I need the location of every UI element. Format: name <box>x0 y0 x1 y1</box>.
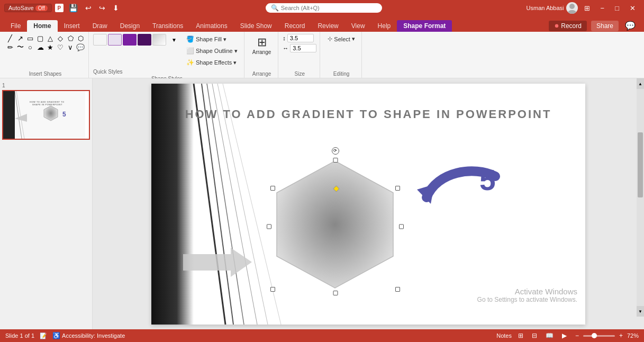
rotate-handle[interactable]: ⟳ <box>332 147 339 155</box>
undo-button[interactable]: ↩ <box>83 3 94 13</box>
shape-hex[interactable]: ⬡ <box>76 34 85 42</box>
shape-effects-button[interactable]: ✨ Shape Effects ▾ <box>183 57 241 68</box>
tab-insert[interactable]: Insert <box>58 20 86 32</box>
tab-animations[interactable]: Animations <box>189 20 233 32</box>
select-button[interactable]: ⊹ Select ▾ <box>324 34 358 44</box>
shape-heart[interactable]: ♡ <box>56 43 65 51</box>
arrange-button[interactable]: ⊞ Arrange <box>249 34 275 58</box>
zoom-slider[interactable] <box>583 335 615 337</box>
style-3[interactable] <box>123 34 137 46</box>
shape-star5[interactable]: ★ <box>46 43 55 51</box>
tab-design[interactable]: Design <box>114 20 146 32</box>
tab-help[interactable]: Help <box>371 20 397 32</box>
tab-home[interactable]: Home <box>27 20 57 32</box>
shape-outline-button[interactable]: ⬜ Shape Outline ▾ <box>183 46 241 56</box>
autosave-state: Off <box>35 5 48 11</box>
shape-dia[interactable]: ◇ <box>56 34 65 42</box>
save-button[interactable]: 💾 <box>67 3 80 13</box>
handle-mid-right[interactable] <box>399 224 404 229</box>
height-input[interactable] <box>287 34 314 42</box>
shape-rect[interactable]: ▭ <box>25 34 35 42</box>
quick-styles-label: Quick Styles <box>93 68 123 75</box>
zoom-level[interactable]: 72% <box>627 332 639 339</box>
ribbon-group-size: ↕ ↔ Size <box>279 32 320 78</box>
select-label: Select <box>334 36 350 42</box>
record-button[interactable]: ⏺ Record <box>549 21 587 31</box>
shape-tri[interactable]: △ <box>46 34 55 42</box>
size-content: ↕ ↔ <box>283 34 316 70</box>
handle-top-left[interactable] <box>270 186 275 191</box>
shape-effects-arrow: ▾ <box>233 59 237 66</box>
maximize-button[interactable]: □ <box>611 3 623 13</box>
shape-cloud[interactable]: ☁ <box>35 43 45 51</box>
style-1[interactable] <box>93 34 107 46</box>
shape-rrect[interactable]: ▢ <box>35 34 45 42</box>
handle-bot-left[interactable] <box>270 287 275 292</box>
ribbon-display-button[interactable]: ⊞ <box>580 3 594 13</box>
handle-top-center[interactable] <box>333 158 338 163</box>
slide-sorter-button[interactable]: ⊟ <box>530 331 539 340</box>
normal-view-button[interactable]: ⊞ <box>516 331 525 340</box>
shape-oval[interactable]: ○ <box>25 43 35 51</box>
editing-buttons: ⊹ Select ▾ <box>324 34 358 44</box>
shape-free[interactable]: ✏ <box>5 43 15 51</box>
shapes-area: ╱ ↗ ▭ ▢ △ ◇ ⬠ ⬡ ✏ 〜 ○ ☁ ★ ♡ ∨ 💬 <box>5 34 85 51</box>
style-2[interactable] <box>108 34 122 46</box>
redo-button[interactable]: ↪ <box>97 3 107 13</box>
zoom-out-button[interactable]: − <box>573 331 581 340</box>
shape-more[interactable]: ∨ <box>66 43 75 51</box>
search-input[interactable] <box>281 5 376 11</box>
curved-arrow <box>411 160 516 229</box>
width-input[interactable] <box>290 44 316 52</box>
reading-view-button[interactable]: 📖 <box>543 331 556 340</box>
notes-panel-button[interactable]: 📝 <box>40 332 47 339</box>
zoom-in-button[interactable]: + <box>617 331 625 340</box>
tab-slideshow[interactable]: Slide Show <box>234 20 278 32</box>
autosave-button[interactable]: AutoSave Off <box>4 4 52 12</box>
hexagon-container[interactable]: ⟳ <box>268 157 403 297</box>
slide-thumbnail[interactable]: HOW TO ADD GRADIENT TO SHAPE IN POWERPOI… <box>2 90 90 140</box>
step-number: 5 <box>479 163 496 197</box>
tab-record[interactable]: Record <box>278 20 312 32</box>
canvas-area: HOW TO ADD GRADIENT TO SHAPE IN POWERPOI… <box>93 78 644 329</box>
quick-styles-grid: ▼ <box>93 34 181 46</box>
minimize-button[interactable]: − <box>596 3 609 13</box>
right-arrow-shape <box>183 248 252 277</box>
more-button[interactable]: ⬇ <box>111 3 121 13</box>
handle-top-right[interactable] <box>395 186 400 191</box>
tab-file[interactable]: File <box>4 20 27 32</box>
shape-line[interactable]: ╱ <box>5 34 15 42</box>
accessibility-button[interactable]: ♿ Accessibility: Investigate <box>52 332 125 339</box>
shape-arrow[interactable]: ↗ <box>15 34 25 42</box>
handle-mid-left[interactable] <box>267 224 271 229</box>
slide-canvas: HOW TO ADD GRADIENT TO SHAPE IN POWERPOI… <box>151 84 585 325</box>
slideshow-view-button[interactable]: ▶ <box>560 331 569 340</box>
scroll-up-button[interactable]: ▲ <box>637 78 644 89</box>
tab-shape-format[interactable]: Shape Format <box>397 20 452 32</box>
tab-draw[interactable]: Draw <box>86 20 114 32</box>
vertical-scrollbar[interactable]: ▲ ▼ <box>637 78 644 317</box>
scroll-down-button[interactable]: ▼ <box>637 306 644 317</box>
notes-icon: 📝 <box>40 332 47 339</box>
scroll-thumb[interactable] <box>638 132 643 197</box>
quick-styles-more[interactable]: ▼ <box>167 34 181 46</box>
style-4[interactable] <box>138 34 151 46</box>
shape-callout[interactable]: 💬 <box>76 43 85 51</box>
shape-fill-button[interactable]: 🪣 Shape Fill ▾ <box>183 34 241 44</box>
shape-curve[interactable]: 〜 <box>15 43 25 51</box>
slide-panel: 1 HOW TO ADD GRADIENT TO SHAPE IN POWERP… <box>0 78 93 329</box>
tab-review[interactable]: Review <box>311 20 344 32</box>
tab-view[interactable]: View <box>345 20 371 32</box>
share-button[interactable]: Share <box>591 21 619 31</box>
shape-pent[interactable]: ⬠ <box>66 34 75 42</box>
tab-transitions[interactable]: Transitions <box>146 20 189 32</box>
style-5[interactable] <box>152 34 166 46</box>
notes-label[interactable]: Notes <box>496 332 512 339</box>
handle-bot-center[interactable] <box>333 291 338 295</box>
arrow-label-group: 5 <box>411 160 516 231</box>
close-button[interactable]: ✕ <box>625 3 640 13</box>
title-bar-left: AutoSave Off P 💾 ↩ ↪ ⬇ <box>4 3 121 13</box>
search-bar[interactable]: 🔍 <box>266 3 382 13</box>
comments-button[interactable]: 💬 <box>621 20 640 32</box>
handle-bot-right[interactable] <box>395 287 400 292</box>
